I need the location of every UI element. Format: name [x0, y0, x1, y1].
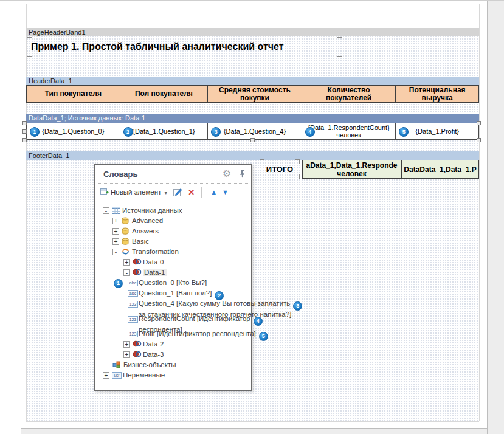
band-label-header-data[interactable]: HeaderData_1 — [26, 77, 479, 85]
field-badge: 2 — [123, 127, 133, 137]
field-badge: 4 — [305, 127, 315, 137]
selection-corner — [295, 174, 300, 179]
tree-item-data-1[interactable]: - Data-1 — [95, 267, 251, 278]
dictionary-panel: Словарь ⚙ Новый элемент ▼ ✕ ▲ ▼ — [94, 164, 252, 391]
numeric-column-icon: 123 — [128, 316, 138, 323]
svg-text:usr: usr — [114, 373, 120, 377]
svg-text:123: 123 — [129, 317, 137, 322]
move-down-button[interactable]: ▼ — [222, 188, 229, 196]
tree-item-question-1[interactable]: abc Question_1 [Ваш пол?]2 — [95, 288, 251, 298]
tree-item-answers[interactable]: + Answers — [95, 226, 251, 236]
selection-handle[interactable] — [477, 121, 481, 125]
database-icon — [122, 238, 129, 245]
data-expression: {Data_1.Question_1} — [133, 128, 195, 135]
collapse-toggle[interactable]: - — [112, 249, 119, 255]
selection-corner — [337, 37, 342, 42]
tree-item-variables[interactable]: + usr Переменные — [95, 370, 251, 381]
transformation-icon — [122, 248, 129, 255]
selection-handle[interactable] — [250, 138, 255, 142]
left-margin-guide — [26, 4, 27, 421]
field-badge: 5 — [259, 332, 268, 341]
tree-item-profit[interactable]: 123 Profit [Идентификатор респондента]5 — [95, 329, 251, 339]
report-title: Пример 1. Простой табличный аналитически… — [31, 41, 284, 52]
data-cell[interactable]: 5 {Data_1.Profit} — [396, 123, 478, 139]
new-item-button[interactable]: Новый элемент ▼ — [100, 188, 168, 196]
chevron-down-icon: ▼ — [164, 191, 168, 195]
expand-toggle[interactable]: + — [103, 372, 109, 379]
expand-toggle[interactable]: + — [112, 218, 119, 224]
field-badge: 1 — [114, 279, 123, 288]
edit-button[interactable] — [173, 188, 182, 196]
field-badge: 1 — [30, 127, 40, 137]
tree-item-respondent-count[interactable]: 123 RespondentCount [Идентификатор4респо… — [95, 314, 251, 329]
footer-sum-cell[interactable]: aData_1,Data_1.Responde человек — [302, 160, 401, 179]
abc-column-icon: abc — [128, 280, 138, 286]
dictionary-title-bar: Словарь ⚙ — [95, 165, 251, 183]
tree-item-basic[interactable]: + Basic — [95, 236, 251, 247]
selection-handle[interactable] — [22, 129, 27, 134]
selection-corner — [295, 159, 300, 164]
tree-label: Data-0 — [95, 257, 251, 267]
expand-toggle[interactable]: + — [123, 259, 130, 266]
tree-item-question-0[interactable]: 1 abc Question_0 [Кто Вы?] — [95, 278, 251, 288]
delete-button[interactable]: ✕ — [188, 188, 195, 197]
sum-expression: DataData_1,Data_1.P — [404, 165, 476, 174]
header-cell[interactable]: Потенциальная выручка — [396, 86, 478, 102]
selection-handle[interactable] — [477, 138, 481, 142]
tree-item-data-3[interactable]: + Data-3 — [95, 350, 251, 360]
numeric-column-icon: 123 — [128, 331, 138, 337]
tree-item-business-objects[interactable]: Бизнес-объекты — [95, 360, 251, 370]
selection-corner — [337, 52, 342, 57]
data-source-icon — [133, 340, 142, 347]
database-icon — [122, 227, 129, 235]
expand-toggle[interactable]: + — [123, 341, 130, 348]
data-cell[interactable]: 1 {Data_1.Question_0} — [27, 123, 120, 139]
field-badge: 5 — [399, 127, 409, 137]
data-cell[interactable]: 2 {Data_1.Question_1} — [120, 123, 209, 139]
tree-item-transformation[interactable]: - Transformation — [95, 247, 251, 257]
band-label-footer-data[interactable]: FooterData_1 — [26, 151, 479, 160]
header-cell[interactable]: Тип покупателя — [27, 86, 120, 102]
header-cell[interactable]: Средняя стоимость покупки — [208, 86, 302, 102]
sum-expression-line2: человек — [337, 170, 366, 178]
expand-toggle[interactable]: + — [112, 238, 119, 245]
selection-handle[interactable] — [22, 121, 27, 125]
header-cell[interactable]: Пол покупателя — [120, 86, 209, 102]
workspace-background — [21, 428, 487, 434]
data-source-icon — [133, 269, 142, 275]
dictionary-toolbar: Новый элемент ▼ ✕ ▲ ▼ — [95, 184, 251, 201]
tree-item-question-4[interactable]: 123 Question_4 [Какую сумму Вы готовы за… — [95, 298, 251, 314]
gear-icon[interactable]: ⚙ — [223, 169, 231, 179]
data-expression: {Data_1.Question_0} — [42, 128, 104, 135]
svg-text:123: 123 — [129, 332, 137, 336]
data-cell[interactable]: 4 {Data_1.RespondentCount} человек — [302, 123, 396, 139]
collapse-toggle[interactable]: - — [123, 269, 130, 276]
header-row: Тип покупателя Пол покупателя Средняя ст… — [26, 85, 479, 103]
data-cell[interactable]: 3 {Data_1.Question_4} — [208, 123, 302, 139]
report-title-component[interactable]: Пример 1. Простой табличный аналитически… — [27, 38, 342, 56]
header-cell[interactable]: Количество покупателей — [302, 86, 396, 102]
tree-item-data-2[interactable]: + Data-2 — [95, 339, 251, 350]
collapse-toggle[interactable]: - — [103, 207, 109, 214]
tree-item-data-0[interactable]: + Data-0 — [95, 257, 251, 267]
field-badge: 3 — [211, 127, 221, 137]
band-label-page-header[interactable]: PageHeaderBand1 — [26, 28, 479, 36]
pin-icon[interactable] — [240, 170, 245, 178]
band-label-data-band[interactable]: DataData_1; Источник данных: Data-1 — [26, 114, 479, 123]
dictionary-tree: - Источники данных + Advanced + Answers — [95, 201, 251, 381]
total-label-component[interactable]: ИТОГО — [260, 160, 299, 179]
tree-item-advanced[interactable]: + Advanced — [95, 216, 251, 226]
selection-handle[interactable] — [22, 138, 27, 142]
new-item-icon — [100, 188, 109, 196]
expand-toggle[interactable]: + — [123, 351, 130, 358]
total-label: ИТОГО — [266, 165, 293, 174]
new-item-label: Новый элемент — [111, 188, 161, 196]
tree-item-data-sources[interactable]: - Источники данных — [95, 205, 251, 216]
move-up-button[interactable]: ▲ — [210, 188, 217, 196]
footer-sum-cell[interactable]: DataData_1,Data_1.P — [401, 160, 479, 179]
svg-text:abc: abc — [129, 281, 137, 285]
bottom-margin-guide — [26, 421, 479, 422]
svg-text:123: 123 — [129, 302, 137, 306]
dictionary-title: Словарь — [103, 170, 223, 179]
expand-toggle[interactable]: + — [112, 228, 119, 235]
